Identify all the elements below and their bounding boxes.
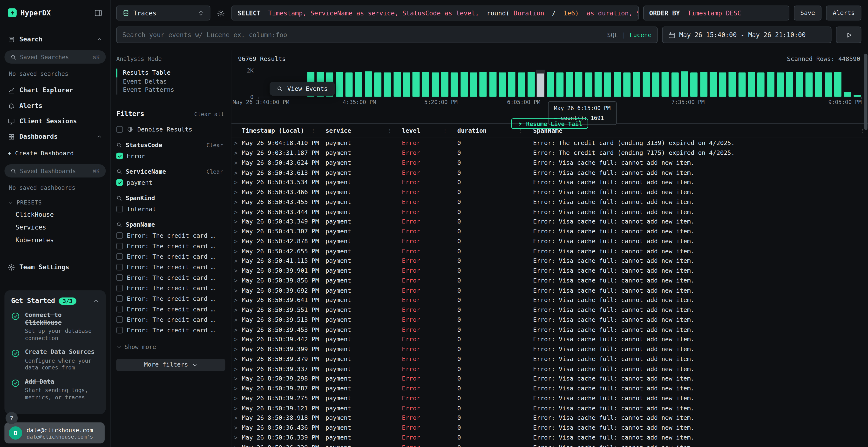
sidebar-item-clickhouse[interactable]: ClickHouse	[0, 208, 110, 220]
histogram-bar[interactable]	[526, 70, 536, 97]
lucene-mode-toggle[interactable]: Lucene	[629, 31, 651, 38]
histogram-bar[interactable]	[574, 70, 584, 97]
alerts-button[interactable]: Alerts	[826, 5, 861, 21]
checkbox[interactable]	[116, 306, 123, 313]
sidebar-item-dashboards[interactable]: Dashboards	[0, 129, 110, 144]
user-menu[interactable]: D dale@clickhouse.com dale@clickhouse.co…	[4, 422, 105, 443]
column-menu-icon[interactable]: ⋮	[387, 128, 395, 134]
histogram-bar[interactable]	[766, 70, 776, 97]
row-expand-icon[interactable]: >	[231, 268, 241, 274]
histogram-bar[interactable]	[824, 70, 833, 97]
histogram-bar[interactable]	[775, 70, 785, 97]
histogram-bar[interactable]	[469, 70, 478, 97]
saved-dashboards-input[interactable]: Saved Dashboards ⌘K	[4, 164, 105, 177]
filter-option-error-the-credit-card[interactable]: Error: The credit card …	[116, 272, 226, 283]
filter-option-error[interactable]: Error	[116, 151, 226, 161]
source-select[interactable]: Traces	[116, 5, 210, 21]
column-header-timestamp-local[interactable]: Timestamp (Local)⋮	[241, 124, 319, 138]
table-row[interactable]: >May 26 8:50:39.901 PMpaymentError0Error…	[231, 266, 868, 276]
histogram-bar[interactable]	[814, 70, 824, 97]
histogram-bar[interactable]	[459, 70, 469, 97]
sidebar-item-chart-explorer[interactable]: Chart Explorer	[0, 82, 110, 98]
sidebar-item-team-settings[interactable]: Team Settings	[0, 260, 110, 275]
table-row[interactable]: >May 26 8:50:39.692 PMpaymentError0Error…	[231, 285, 868, 295]
table-row[interactable]: >May 26 8:50:39.379 PMpaymentError0Error…	[231, 354, 868, 364]
histogram-bar[interactable]	[450, 70, 459, 97]
row-expand-icon[interactable]: >	[231, 386, 241, 391]
histogram-bar[interactable]	[593, 70, 603, 97]
histogram-bar[interactable]	[651, 70, 661, 97]
create-dashboard-button[interactable]: + Create Dashboard	[0, 146, 110, 161]
table-row[interactable]: >May 26 8:50:36.436 PMpaymentError0Error…	[231, 423, 868, 433]
row-expand-icon[interactable]: >	[231, 179, 241, 185]
checkbox[interactable]	[116, 179, 123, 186]
histogram-bar[interactable]	[613, 70, 622, 97]
histogram-bar[interactable]	[728, 70, 737, 97]
histogram-bar[interactable]	[555, 70, 565, 97]
checkbox[interactable]	[116, 274, 123, 281]
histogram-bar[interactable]	[392, 70, 402, 97]
histogram-bar[interactable]	[488, 70, 498, 97]
histogram-bar[interactable]	[843, 70, 852, 97]
show-more-button[interactable]: Show more	[116, 341, 226, 352]
histogram-bar[interactable]	[363, 70, 373, 97]
row-expand-icon[interactable]: >	[231, 140, 241, 146]
clear-filter-button[interactable]: Clear	[207, 168, 226, 174]
row-expand-icon[interactable]: >	[231, 258, 241, 264]
row-expand-icon[interactable]: >	[231, 444, 241, 447]
table-row[interactable]: >May 26 8:50:39.337 PMpaymentError0Error…	[231, 364, 868, 374]
filter-option-error-the-credit-card[interactable]: Error: The credit card …	[116, 262, 226, 272]
checkbox[interactable]	[116, 316, 123, 323]
column-header-service[interactable]: service⋮	[319, 124, 395, 138]
table-row[interactable]: >May 26 8:50:39.442 PMpaymentError0Error…	[231, 335, 868, 344]
row-expand-icon[interactable]: >	[231, 307, 241, 313]
column-menu-icon[interactable]: ⋮	[311, 128, 319, 134]
histogram-bar[interactable]	[737, 70, 747, 97]
row-expand-icon[interactable]: >	[231, 287, 241, 294]
row-expand-icon[interactable]: >	[231, 366, 241, 372]
table-row[interactable]: >May 26 8:50:39.121 PMpaymentError0Error…	[231, 403, 868, 413]
histogram-bar[interactable]	[680, 70, 689, 97]
get-started-item-create-data-sources[interactable]: Create Data SourcesConfigure where your …	[11, 348, 99, 371]
histogram-bar[interactable]	[747, 70, 756, 97]
table-row[interactable]: >May 26 9:04:18.410 PMpaymentError0Error…	[231, 138, 868, 148]
resume-live-tail-button[interactable]: Resume Live Tail	[511, 118, 588, 129]
checkbox[interactable]	[116, 295, 123, 302]
histogram-bar[interactable]	[795, 70, 804, 97]
histogram-bar[interactable]	[785, 70, 795, 97]
sidebar-item-services[interactable]: Services	[0, 220, 110, 233]
sidebar-item-kubernetes[interactable]: Kubernetes	[0, 233, 110, 246]
sidebar-item-search[interactable]: Search	[0, 32, 110, 47]
histogram-bar[interactable]	[546, 70, 555, 97]
histogram-bar[interactable]	[498, 70, 507, 97]
histogram-bar[interactable]	[852, 70, 862, 97]
checkbox[interactable]	[116, 126, 123, 133]
clear-filter-button[interactable]: Clear	[207, 142, 226, 148]
table-row[interactable]: >May 26 8:50:36.339 PMpaymentError0Error…	[231, 433, 868, 443]
row-expand-icon[interactable]: >	[231, 435, 241, 441]
row-expand-icon[interactable]: >	[231, 277, 241, 283]
histogram-bar[interactable]	[584, 70, 593, 97]
get-started-item-add-data[interactable]: Add DataStart sending logs, metrics, or …	[11, 378, 99, 401]
histogram-bar[interactable]	[517, 70, 526, 97]
sidebar-collapse-icon[interactable]	[94, 9, 102, 17]
scrollbar[interactable]	[864, 51, 868, 446]
filter-option-error-the-credit-card[interactable]: Error: The credit card …	[116, 325, 226, 336]
date-range-picker[interactable]: May 26 15:40:00 - May 26 21:10:00	[662, 27, 832, 43]
table-row[interactable]: >May 26 8:50:43.534 PMpaymentError0Error…	[231, 177, 868, 187]
table-row[interactable]: >May 26 8:50:43.466 PMpaymentError0Error…	[231, 187, 868, 197]
row-expand-icon[interactable]: >	[231, 170, 241, 176]
table-row[interactable]: >May 26 8:50:41.115 PMpaymentError0Error…	[231, 256, 868, 266]
row-expand-icon[interactable]: >	[231, 297, 241, 303]
filter-option-payment[interactable]: payment	[116, 177, 226, 188]
filter-option-internal[interactable]: Internal	[116, 204, 226, 214]
row-expand-icon[interactable]: >	[231, 317, 241, 323]
table-row[interactable]: >May 26 8:50:39.856 PMpaymentError0Error…	[231, 276, 868, 286]
table-row[interactable]: >May 26 8:50:39.275 PMpaymentError0Error…	[231, 393, 868, 403]
analysis-mode-event-deltas[interactable]: Event Deltas	[116, 77, 226, 86]
histogram-bar[interactable]	[536, 70, 546, 97]
filter-option-error-the-credit-card[interactable]: Error: The credit card …	[116, 304, 226, 314]
histogram-bar[interactable]	[603, 70, 613, 97]
checkbox[interactable]	[116, 264, 123, 271]
histogram-bar[interactable]	[507, 70, 517, 97]
